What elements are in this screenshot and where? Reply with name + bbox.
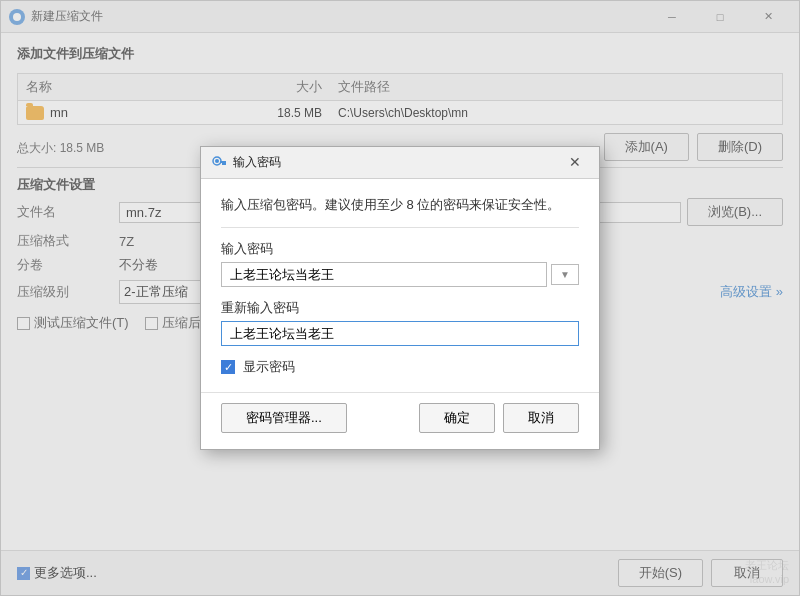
password-section: 输入密码 ▼ [221, 240, 579, 287]
dialog-buttons: 密码管理器... 确定 取消 [201, 393, 599, 449]
svg-rect-2 [220, 161, 226, 163]
password-label: 输入密码 [221, 240, 579, 258]
dialog-btn-left: 密码管理器... [221, 403, 347, 433]
dialog-btn-group: 确定 取消 [419, 403, 579, 433]
dialog-description: 输入压缩包密码。建议使用至少 8 位的密码来保证安全性。 [221, 195, 579, 216]
password-input-row: ▼ [221, 262, 579, 287]
dialog-content: 输入压缩包密码。建议使用至少 8 位的密码来保证安全性。 输入密码 ▼ 重新输入… [201, 179, 599, 393]
svg-point-1 [215, 159, 219, 163]
password-dropdown-button[interactable]: ▼ [551, 264, 579, 285]
dialog-confirm-button[interactable]: 确定 [419, 403, 495, 433]
main-window: 新建压缩文件 ─ □ ✕ 添加文件到压缩文件 名称 大小 文件路径 mn 18.… [0, 0, 800, 596]
re-password-input[interactable] [221, 321, 579, 346]
re-password-section: 重新输入密码 [221, 299, 579, 346]
dialog-close-button[interactable]: ✕ [561, 150, 589, 174]
dialog-title: 输入密码 [233, 154, 561, 171]
svg-rect-4 [222, 163, 224, 165]
show-password-row[interactable]: 显示密码 [221, 358, 579, 376]
password-dialog: 输入密码 ✕ 输入压缩包密码。建议使用至少 8 位的密码来保证安全性。 输入密码… [200, 146, 600, 451]
dialog-key-icon [211, 154, 227, 170]
show-password-label: 显示密码 [243, 358, 295, 376]
dialog-cancel-button[interactable]: 取消 [503, 403, 579, 433]
svg-rect-3 [224, 163, 226, 165]
dialog-divider1 [221, 227, 579, 228]
password-input[interactable] [221, 262, 547, 287]
password-manager-button[interactable]: 密码管理器... [221, 403, 347, 433]
show-password-checkbox[interactable] [221, 360, 235, 374]
dialog-overlay: 输入密码 ✕ 输入压缩包密码。建议使用至少 8 位的密码来保证安全性。 输入密码… [1, 1, 799, 595]
dialog-titlebar: 输入密码 ✕ [201, 147, 599, 179]
re-password-label: 重新输入密码 [221, 299, 579, 317]
dropdown-arrow-icon2: ▼ [560, 269, 570, 280]
